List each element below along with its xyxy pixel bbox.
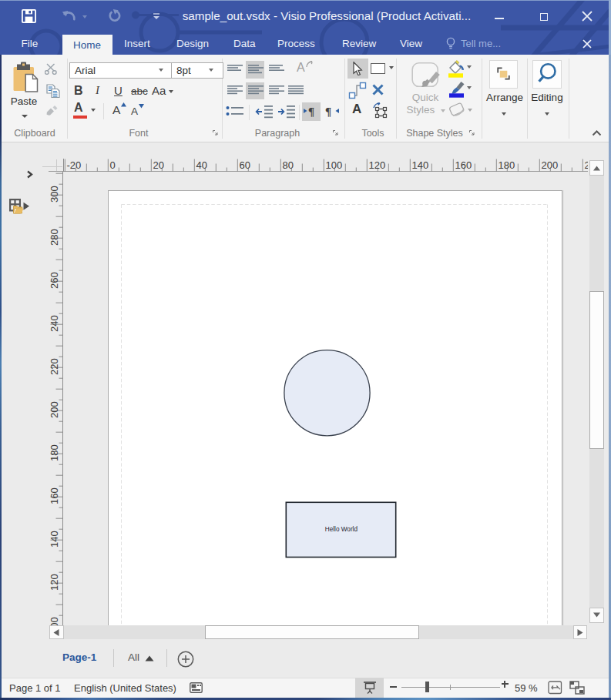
svg-text:240: 240 [49, 315, 60, 332]
svg-text:100: 100 [49, 617, 60, 625]
svg-text:180: 180 [499, 159, 515, 171]
svg-text:120: 120 [49, 574, 60, 591]
svg-text:300: 300 [49, 186, 60, 203]
svg-text:120: 120 [369, 159, 386, 171]
svg-text:280: 280 [49, 229, 60, 246]
svg-text:260: 260 [49, 272, 60, 289]
svg-text:140: 140 [412, 159, 429, 171]
svg-text:40: 40 [196, 159, 207, 171]
svg-text:0: 0 [110, 159, 116, 171]
svg-text:220: 220 [49, 358, 60, 375]
svg-text:220: 220 [585, 159, 589, 171]
svg-text:¶: ¶ [325, 106, 331, 117]
svg-text:200: 200 [49, 401, 60, 418]
svg-text:160: 160 [49, 487, 60, 504]
svg-text:100: 100 [326, 159, 343, 171]
svg-text:Hello World: Hello World [325, 526, 358, 533]
svg-text:¶: ¶ [308, 106, 314, 117]
svg-text:80: 80 [283, 159, 294, 171]
svg-text:200: 200 [542, 159, 559, 171]
svg-text:20: 20 [153, 159, 164, 171]
svg-text:-20: -20 [67, 159, 82, 171]
svg-text:60: 60 [240, 159, 250, 171]
svg-text:140: 140 [49, 531, 60, 548]
svg-text:180: 180 [49, 444, 60, 461]
svg-text:160: 160 [455, 159, 472, 171]
